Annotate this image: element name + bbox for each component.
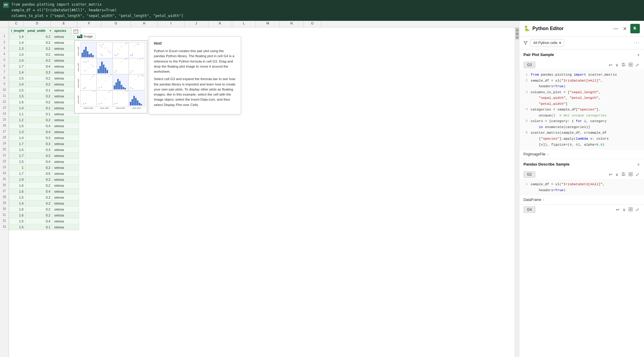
th-petal-width[interactable]: petal_width ▼ [26, 28, 52, 34]
cell-petal-length[interactable]: 1.5 [9, 52, 26, 57]
cell-species[interactable]: setosa [52, 117, 79, 123]
cell-species[interactable]: setosa [52, 224, 79, 230]
editor-content[interactable]: Pair Plot Sample ∨ G3 ↩ ∨ ⤢ [519, 49, 644, 357]
cell-species[interactable]: setosa [52, 188, 79, 194]
cell-species[interactable]: setosa [52, 135, 79, 141]
cell-petal-length[interactable]: 1.6 [9, 188, 26, 194]
cell-petal-width[interactable]: 0.4 [26, 218, 52, 224]
cell-petal-length[interactable]: 1.5 [9, 123, 26, 129]
editor-minimize-button[interactable]: — [612, 25, 619, 32]
cell-petal-width[interactable]: 0.4 [26, 129, 52, 135]
cell-petal-length[interactable]: 1.1 [9, 111, 26, 117]
cell-petal-length[interactable]: 1.7 [9, 171, 26, 177]
cell-petal-width[interactable]: 0.2 [26, 183, 52, 188]
cell-petal-width[interactable]: 0.1 [26, 224, 52, 230]
cell-petal-length[interactable]: 1.4 [9, 34, 26, 40]
cell-petal-width[interactable]: 0.2 [26, 206, 52, 212]
cell-petal-width[interactable]: 0.2 [26, 57, 52, 63]
col-header-o[interactable]: O [304, 21, 321, 27]
cell-petal-length[interactable]: 1.7 [9, 63, 26, 69]
cell-petal-length[interactable]: 1.5 [9, 87, 26, 93]
g3-expand-button[interactable]: ⤢ [635, 62, 640, 68]
more-options-button[interactable]: ··· [634, 40, 640, 46]
cell-petal-width[interactable]: 0.3 [26, 135, 52, 141]
cell-petal-length[interactable]: 1.4 [9, 57, 26, 63]
g4-cell-label[interactable]: G4 [523, 206, 535, 213]
g4-expand-button[interactable]: ⤢ [635, 207, 640, 213]
col-header-d[interactable]: D [24, 21, 51, 27]
scroll-mid-button[interactable]: ■ [515, 32, 519, 35]
cell-petal-width[interactable]: 0.3 [26, 147, 52, 153]
cell-petal-length[interactable]: 1 [9, 165, 26, 171]
g3-save-button[interactable] [621, 62, 626, 68]
pngimage-output-label[interactable]: PngImageFile › [519, 150, 644, 159]
cell-petal-length[interactable]: 1.7 [9, 141, 26, 147]
cell-petal-width[interactable]: 0.2 [26, 117, 52, 123]
cell-petal-length[interactable]: 1.5 [9, 194, 26, 200]
g2-undo-button[interactable]: ↩ [608, 172, 613, 178]
col-header-j[interactable]: J [185, 21, 208, 27]
cell-petal-width[interactable]: 0.2 [26, 99, 52, 105]
cell-petal-width[interactable]: 0.2 [26, 52, 52, 57]
cell-petal-length[interactable]: 1.5 [9, 159, 26, 165]
cell-petal-width[interactable]: 0.3 [26, 69, 52, 75]
cell-petal-length[interactable]: 1.4 [9, 81, 26, 87]
cell-petal-width[interactable]: 0.1 [26, 105, 52, 111]
g3-run-button[interactable] [628, 62, 633, 68]
cell-petal-length[interactable]: 1.4 [9, 135, 26, 141]
g2-expand-button[interactable]: ⤢ [635, 172, 640, 178]
cell-petal-length[interactable]: 1.3 [9, 46, 26, 52]
col-header-k[interactable]: K [208, 21, 232, 27]
cell-petal-length[interactable]: 1.9 [9, 177, 26, 183]
cell-petal-length[interactable]: 1.2 [9, 117, 26, 123]
cell-petal-width[interactable]: 0.2 [26, 212, 52, 218]
python-run-button[interactable] [630, 24, 640, 33]
cell-petal-width[interactable]: 0.2 [26, 93, 52, 99]
editor-close-button[interactable]: ✕ [622, 25, 628, 32]
cell-species[interactable]: setosa [52, 165, 79, 171]
g4-chevron-down-button[interactable]: ∨ [622, 207, 626, 213]
g2-cell-label[interactable]: G2 [523, 171, 535, 178]
cell-species[interactable]: setosa [52, 194, 79, 200]
cell-petal-length[interactable]: 1.7 [9, 153, 26, 159]
cell-species[interactable]: setosa [52, 159, 79, 165]
cell-petal-length[interactable]: 1.4 [9, 105, 26, 111]
scatter-matrix-chart[interactable]: sepal_length sepal_width petal_length pe… [74, 40, 147, 113]
col-header-m[interactable]: M [256, 21, 280, 27]
pair-plot-section-header[interactable]: Pair Plot Sample ∨ [519, 49, 644, 60]
cell-petal-width[interactable]: 0.2 [26, 40, 52, 46]
g4-run-small-button[interactable] [628, 207, 633, 213]
cell-species[interactable]: setosa [52, 129, 79, 135]
cell-species[interactable]: setosa [52, 177, 79, 183]
cell-species[interactable]: setosa [52, 123, 79, 129]
cell-petal-length[interactable]: 1.5 [9, 224, 26, 230]
col-header-n[interactable]: N [280, 21, 304, 27]
cell-petal-length[interactable]: 1.6 [9, 206, 26, 212]
cell-petal-width[interactable]: 0.2 [26, 153, 52, 159]
cell-petal-width[interactable]: 0.2 [26, 81, 52, 87]
cell-petal-width[interactable]: 0.4 [26, 63, 52, 69]
scroll-up-button[interactable]: ▲ [515, 28, 519, 32]
insert-data-icon-button[interactable] [71, 27, 80, 36]
col-header-c[interactable]: C [9, 21, 24, 27]
g2-save-button[interactable] [621, 172, 626, 178]
cell-species[interactable]: setosa [52, 206, 79, 212]
all-python-cells-dropdown[interactable]: All Python cells ▾ [530, 39, 564, 47]
g2-chevron-down-button[interactable]: ∨ [615, 172, 619, 178]
g4-undo-button[interactable]: ↩ [615, 207, 620, 213]
cell-petal-length[interactable]: 1.6 [9, 183, 26, 188]
cell-petal-width[interactable]: 0.2 [26, 75, 52, 81]
cell-petal-length[interactable]: 1.6 [9, 212, 26, 218]
cell-species[interactable]: setosa [52, 171, 79, 177]
cell-petal-length[interactable]: 1.4 [9, 40, 26, 46]
g2-run-button[interactable] [628, 172, 633, 178]
col-header-g[interactable]: G [101, 21, 131, 27]
cell-petal-length[interactable]: 1.6 [9, 99, 26, 105]
cell-petal-width[interactable]: 0.2 [26, 46, 52, 52]
cell-species[interactable]: setosa [52, 218, 79, 224]
cell-petal-width[interactable]: 0.2 [26, 34, 52, 40]
cell-petal-width[interactable]: 0.2 [26, 165, 52, 171]
cell-petal-length[interactable]: 1.4 [9, 69, 26, 75]
cell-petal-length[interactable]: 1.3 [9, 129, 26, 135]
cell-petal-width[interactable]: 0.2 [26, 200, 52, 206]
